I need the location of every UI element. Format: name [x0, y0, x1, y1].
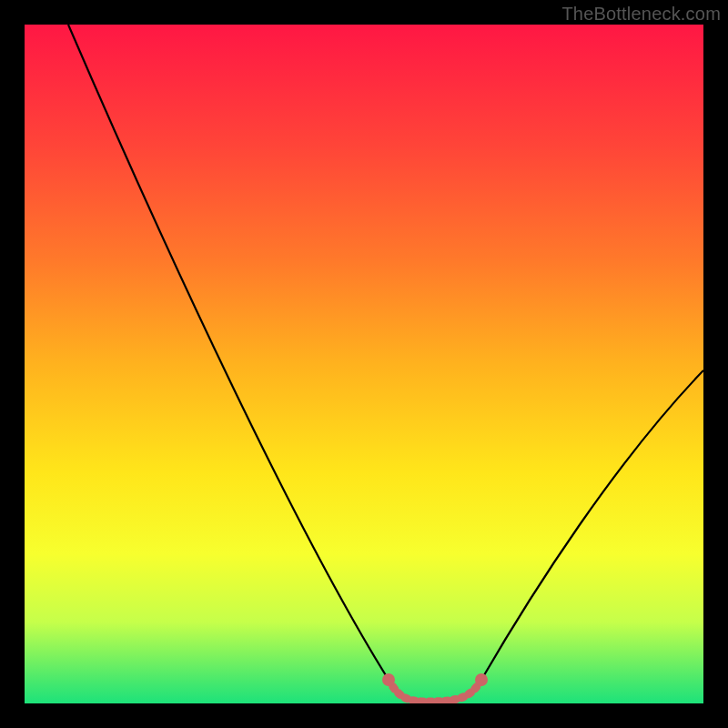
highlight-segment [389, 680, 481, 702]
chart-frame: TheBottleneck.com [0, 0, 728, 728]
plot-area [25, 25, 703, 703]
bottleneck-curve [25, 25, 703, 703]
curve-path [68, 25, 703, 702]
highlight-dot-right [475, 673, 488, 686]
watermark-text: TheBottleneck.com [561, 4, 721, 25]
highlight-dot-left [382, 673, 395, 686]
